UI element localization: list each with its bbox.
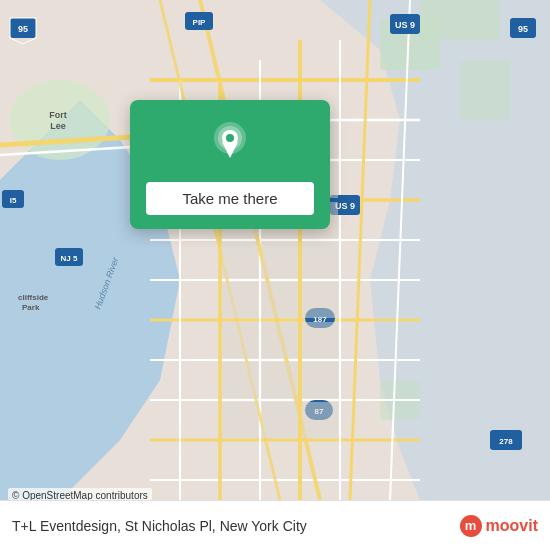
- svg-rect-66: [222, 242, 258, 278]
- svg-text:I5: I5: [10, 196, 17, 205]
- svg-text:PIP: PIP: [193, 18, 207, 27]
- svg-rect-79: [262, 402, 298, 438]
- svg-text:Fort: Fort: [49, 110, 67, 120]
- svg-point-84: [226, 134, 234, 142]
- map-view: 95 PIP US 9 US 9 95 I5 NJ 5 187 87 278 F…: [0, 0, 550, 500]
- pin-icon: [206, 120, 254, 168]
- moovit-logo: m moovit: [460, 515, 538, 537]
- moovit-brand-text: moovit: [486, 517, 538, 535]
- svg-rect-70: [262, 282, 298, 318]
- svg-rect-75: [222, 362, 258, 398]
- svg-rect-72: [222, 322, 258, 358]
- svg-rect-78: [222, 402, 258, 438]
- svg-rect-71: [302, 282, 338, 318]
- svg-text:95: 95: [18, 24, 28, 34]
- svg-rect-74: [302, 322, 338, 358]
- svg-text:95: 95: [518, 24, 528, 34]
- svg-rect-68: [302, 242, 338, 278]
- location-label: T+L Eventdesign, St Nicholas Pl, New Yor…: [12, 518, 460, 534]
- svg-text:Park: Park: [22, 303, 40, 312]
- svg-rect-67: [262, 242, 298, 278]
- svg-rect-80: [302, 402, 338, 438]
- svg-rect-77: [302, 362, 338, 398]
- svg-rect-73: [262, 322, 298, 358]
- svg-text:cliffside: cliffside: [18, 293, 49, 302]
- svg-text:US 9: US 9: [395, 20, 415, 30]
- svg-text:278: 278: [499, 437, 513, 446]
- svg-text:NJ 5: NJ 5: [61, 254, 78, 263]
- map-svg: 95 PIP US 9 US 9 95 I5 NJ 5 187 87 278 F…: [0, 0, 550, 500]
- svg-rect-5: [420, 0, 500, 40]
- svg-rect-69: [222, 282, 258, 318]
- bottom-bar: T+L Eventdesign, St Nicholas Pl, New Yor…: [0, 500, 550, 550]
- svg-text:Lee: Lee: [50, 121, 66, 131]
- take-me-there-button[interactable]: Take me there: [146, 182, 314, 215]
- location-card: Take me there: [130, 100, 330, 229]
- moovit-m-icon: m: [460, 515, 482, 537]
- svg-rect-76: [262, 362, 298, 398]
- svg-rect-6: [460, 60, 510, 120]
